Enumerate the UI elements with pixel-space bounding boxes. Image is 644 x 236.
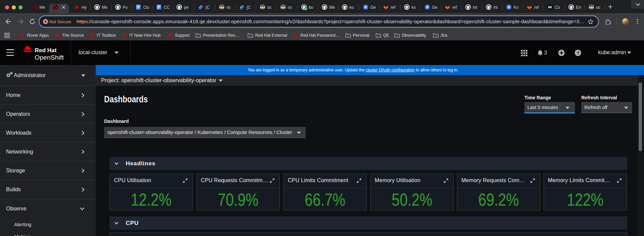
svg-text:?: ? <box>577 50 579 56</box>
